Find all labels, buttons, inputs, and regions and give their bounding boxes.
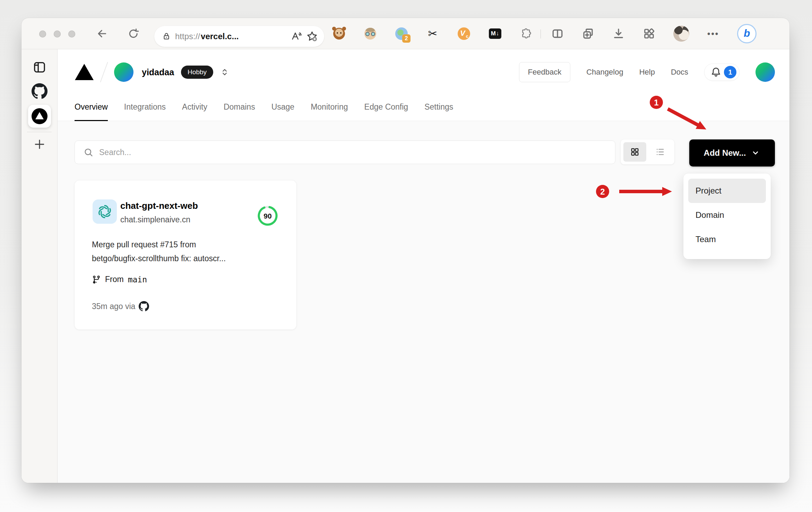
scissors-icon: ✂ <box>428 27 438 40</box>
feedback-button[interactable]: Feedback <box>519 62 571 82</box>
reload-button[interactable] <box>127 27 140 40</box>
minimize-window-icon[interactable] <box>54 31 61 37</box>
notifications-button[interactable]: 1 <box>704 63 740 81</box>
translate-extension-icon[interactable] <box>364 27 377 40</box>
toolbar-right-icons: ••• b <box>551 26 757 42</box>
browser-profile-avatar[interactable] <box>673 26 689 42</box>
search-input[interactable] <box>99 148 607 157</box>
branch-name: main <box>128 275 147 284</box>
breadcrumb-slash <box>100 62 108 83</box>
plus-icon <box>33 138 46 151</box>
back-button[interactable] <box>96 27 108 40</box>
close-window-icon[interactable] <box>39 31 46 37</box>
new-tab-button[interactable] <box>33 138 46 151</box>
more-menu-button[interactable]: ••• <box>707 29 719 39</box>
list-view-button[interactable] <box>649 142 672 162</box>
grid-icon <box>630 147 640 157</box>
sidebar-panel-button[interactable] <box>33 60 46 74</box>
add-new-button[interactable]: Add New... <box>689 139 775 167</box>
nav-link-changelog[interactable]: Changelog <box>586 68 623 77</box>
markdown-icon: M↓ <box>489 28 501 39</box>
project-domain[interactable]: chat.simplenaive.cn <box>120 215 190 224</box>
tab-integrations[interactable]: Integrations <box>124 102 166 112</box>
edge-sidebar <box>21 49 58 483</box>
vercel-header: yidadaa Hobby Feedback Changelog Help Do… <box>58 49 789 95</box>
team-avatar[interactable] <box>114 62 133 82</box>
bing-icon: b <box>744 27 750 39</box>
grid-view-button[interactable] <box>623 142 646 162</box>
openai-logo-icon <box>97 204 113 220</box>
branch-prefix: From <box>105 275 124 284</box>
tab-activity[interactable]: Activity <box>182 102 207 112</box>
tab-usage[interactable]: Usage <box>271 102 294 112</box>
team-name[interactable]: yidadaa <box>142 67 174 77</box>
browser-window: https:// vercel.c... 2 <box>21 18 789 483</box>
tab-monitoring[interactable]: Monitoring <box>311 102 348 112</box>
sidebar-tab-github[interactable] <box>32 83 47 99</box>
tab-manager-extension-icon[interactable]: 2 <box>395 27 408 40</box>
glasses-face-icon <box>364 28 376 40</box>
vercel-page: yidadaa Hobby Feedback Changelog Help Do… <box>58 49 789 483</box>
puzzle-icon <box>520 28 532 40</box>
back-arrow-icon <box>96 28 108 40</box>
vercel-logo-icon[interactable] <box>75 63 94 81</box>
deployment-meta: 35m ago via <box>92 301 149 312</box>
tampermonkey-extension-icon[interactable] <box>333 27 345 40</box>
favorite-star-icon[interactable] <box>306 31 318 42</box>
add-new-dropdown: Project Domain Team <box>683 173 771 259</box>
score-ring: 90 <box>257 205 278 227</box>
view-toggle <box>621 139 674 164</box>
vc-extension-icon[interactable]: Vc <box>458 27 470 40</box>
toolbar-divider <box>541 29 541 39</box>
project-avatar <box>93 199 117 224</box>
project-search[interactable] <box>75 140 615 164</box>
team-switcher-chevrons-icon[interactable] <box>220 68 229 77</box>
download-icon[interactable] <box>612 27 625 40</box>
panel-icon <box>33 60 46 74</box>
tab-edge-config[interactable]: Edge Config <box>364 102 408 112</box>
traffic-lights[interactable] <box>39 31 75 37</box>
reload-icon <box>128 28 139 40</box>
bell-icon <box>710 66 722 78</box>
clipper-extension-icon[interactable]: ✂ <box>426 27 439 40</box>
zoom-window-icon[interactable] <box>68 31 75 37</box>
menu-item-domain[interactable]: Domain <box>688 203 766 227</box>
nav-link-docs[interactable]: Docs <box>671 68 688 77</box>
monkey-icon <box>333 28 345 40</box>
menu-item-project[interactable]: Project <box>688 179 766 203</box>
commit-message: Merge pull request #715 from betgo/bugfi… <box>92 238 279 265</box>
project-name[interactable]: chat-gpt-next-web <box>120 200 198 211</box>
vc-icon: Vc <box>458 27 470 40</box>
sidebar-tab-vercel-active[interactable] <box>28 105 51 128</box>
address-bar[interactable]: https:// vercel.c... <box>154 26 324 47</box>
list-icon <box>655 147 665 157</box>
tab-domains[interactable]: Domains <box>224 102 255 112</box>
tab-overview[interactable]: Overview <box>75 102 108 112</box>
extension-badge: 2 <box>402 34 411 43</box>
search-icon <box>83 147 94 157</box>
sidebar-divider <box>27 132 52 132</box>
read-aloud-icon[interactable] <box>291 31 302 42</box>
score-value: 90 <box>264 212 271 220</box>
menu-item-team[interactable]: Team <box>688 227 766 251</box>
url-host: vercel.c... <box>201 32 239 41</box>
add-new-label: Add New... <box>704 148 746 158</box>
browser-essentials-icon[interactable] <box>643 27 655 40</box>
github-icon <box>32 83 47 99</box>
plan-badge: Hobby <box>181 66 213 79</box>
markdown-extension-icon[interactable]: M↓ <box>489 27 501 40</box>
tab-settings[interactable]: Settings <box>424 102 453 112</box>
project-card[interactable]: chat-gpt-next-web chat.simplenaive.cn 90… <box>75 180 296 330</box>
chevron-down-icon <box>751 148 760 158</box>
user-avatar[interactable] <box>755 62 775 82</box>
collections-icon[interactable] <box>582 27 594 40</box>
nav-link-help[interactable]: Help <box>639 68 655 77</box>
github-icon <box>139 301 149 312</box>
git-branch-icon <box>92 275 101 284</box>
branch-row: From main <box>92 275 147 284</box>
extensions-menu-button[interactable] <box>520 27 533 40</box>
split-screen-icon[interactable] <box>551 27 564 40</box>
overview-content: Add New... <box>58 121 789 483</box>
url-scheme: https:// <box>175 32 200 41</box>
bing-chat-button[interactable]: b <box>737 24 757 43</box>
